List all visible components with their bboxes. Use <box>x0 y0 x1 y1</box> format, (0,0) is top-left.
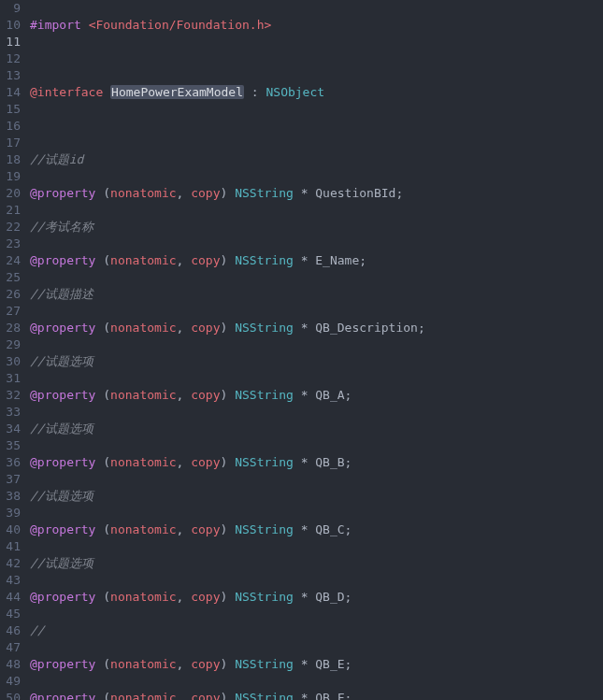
identifier-token: QB_C <box>315 522 344 536</box>
line-number: 49 <box>0 673 21 690</box>
line-number: 47 <box>0 639 21 656</box>
code-line[interactable]: @property (nonatomic, copy) NSString * Q… <box>30 521 603 538</box>
code-line[interactable] <box>30 118 603 135</box>
code-line[interactable]: //试题选项 <box>30 421 603 437</box>
code-line[interactable]: @property (nonatomic, copy) NSString * Q… <box>30 185 603 202</box>
superclass-token: NSObject <box>266 85 324 99</box>
line-number: 44 <box>0 589 21 606</box>
line-number: 25 <box>0 269 21 286</box>
line-number: 18 <box>0 151 21 168</box>
paren-close-token: ) <box>221 186 228 200</box>
line-number-gutter: 9 10 11 12 13 14 15 16 17 18 19 20 21 22… <box>0 0 30 700</box>
modifier-token: copy <box>191 186 220 200</box>
code-line[interactable]: #import <Foundation/Foundation.h> <box>30 17 603 34</box>
line-number: 13 <box>0 67 21 84</box>
line-number: 23 <box>0 236 21 252</box>
identifier-token: QB_A <box>315 388 344 402</box>
property-keyword-token: @property <box>30 186 95 200</box>
line-number: 36 <box>0 454 21 471</box>
line-number: 19 <box>0 168 21 185</box>
semicolon-token: ; <box>395 186 403 200</box>
code-line[interactable]: @property (nonatomic, copy) NSString * Q… <box>30 387 603 404</box>
line-number: 9 <box>0 0 21 17</box>
code-line[interactable]: //试题选项 <box>30 353 603 370</box>
line-number: 26 <box>0 286 21 303</box>
line-number: 15 <box>0 101 21 118</box>
code-line[interactable]: //试题id <box>30 151 603 168</box>
code-line[interactable]: //考试名称 <box>30 219 603 236</box>
line-number: 38 <box>0 488 21 505</box>
code-line[interactable]: // <box>30 622 603 639</box>
line-number: 37 <box>0 471 21 488</box>
code-editor[interactable]: 9 10 11 12 13 14 15 16 17 18 19 20 21 22… <box>0 0 603 700</box>
comma-token: , <box>177 186 184 200</box>
identifier-token: QB_Description <box>315 321 418 335</box>
line-number: 39 <box>0 505 21 521</box>
line-number: 48 <box>0 656 21 673</box>
modifier-token: nonatomic <box>110 186 176 200</box>
comment-token: // <box>30 623 45 637</box>
code-line[interactable] <box>30 50 603 67</box>
colon-token: : <box>251 85 259 99</box>
code-line[interactable]: @interface HomePowerExamModel : NSObject <box>30 84 603 101</box>
identifier-token: QB_E <box>315 657 344 671</box>
comment-token: //考试名称 <box>30 220 93 234</box>
line-number: 27 <box>0 303 21 320</box>
line-number: 17 <box>0 135 21 151</box>
code-line[interactable]: @property (nonatomic, copy) NSString * Q… <box>30 454 603 471</box>
line-number: 43 <box>0 572 21 589</box>
line-number: 12 <box>0 50 21 67</box>
identifier-token: E_Name <box>315 253 359 267</box>
line-number: 22 <box>0 219 21 236</box>
line-number: 31 <box>0 370 21 387</box>
identifier-token: QuestionBId <box>315 186 395 200</box>
code-line[interactable]: @property (nonatomic, copy) NSString * Q… <box>30 690 603 700</box>
line-number: 24 <box>0 252 21 269</box>
code-line[interactable]: @property (nonatomic, copy) NSString * Q… <box>30 589 603 606</box>
star-token: * <box>301 186 309 200</box>
line-number: 46 <box>0 622 21 639</box>
interface-keyword-token: @interface <box>30 85 103 99</box>
comment-token: //试题选项 <box>30 421 93 436</box>
directive-token: #import <box>30 18 81 32</box>
line-number: 29 <box>0 336 21 353</box>
line-number: 42 <box>0 555 21 572</box>
line-number: 41 <box>0 538 21 555</box>
line-number: 28 <box>0 320 21 336</box>
line-number: 30 <box>0 353 21 370</box>
code-line[interactable]: @property (nonatomic, copy) NSString * Q… <box>30 320 603 336</box>
line-number: 14 <box>0 84 21 101</box>
comment-token: //试题描述 <box>30 287 93 301</box>
line-number: 10 <box>0 17 21 34</box>
comment-token: //试题选项 <box>30 556 93 570</box>
line-number: 16 <box>0 118 21 135</box>
line-number-current: 11 <box>0 34 21 50</box>
property-keyword-token: @property <box>30 253 95 267</box>
identifier-token: QB_F <box>315 691 344 700</box>
line-number: 40 <box>0 521 21 538</box>
comment-token: //试题选项 <box>30 354 93 368</box>
line-number: 35 <box>0 437 21 454</box>
line-number: 45 <box>0 606 21 622</box>
comment-token: //试题选项 <box>30 489 93 503</box>
paren-open-token: ( <box>103 186 110 200</box>
line-number: 32 <box>0 387 21 404</box>
line-number: 33 <box>0 404 21 421</box>
code-line[interactable]: //试题选项 <box>30 488 603 505</box>
code-line[interactable]: @property (nonatomic, copy) NSString * E… <box>30 252 603 269</box>
line-number: 34 <box>0 421 21 437</box>
line-number: 50 <box>0 690 21 700</box>
code-line[interactable]: //试题选项 <box>30 555 603 572</box>
import-path-token: <Foundation/Foundation.h> <box>89 18 272 32</box>
identifier-token: QB_B <box>315 455 344 469</box>
code-area[interactable]: #import <Foundation/Foundation.h> @inter… <box>30 0 603 700</box>
code-line[interactable]: @property (nonatomic, copy) NSString * Q… <box>30 656 603 673</box>
code-line[interactable]: //试题描述 <box>30 286 603 303</box>
class-name-highlight: HomePowerExamModel <box>110 85 244 99</box>
identifier-token: QB_D <box>315 590 344 604</box>
type-token: NSString <box>235 186 294 200</box>
line-number: 20 <box>0 185 21 202</box>
line-number: 21 <box>0 202 21 219</box>
comment-token: //试题id <box>30 152 83 166</box>
